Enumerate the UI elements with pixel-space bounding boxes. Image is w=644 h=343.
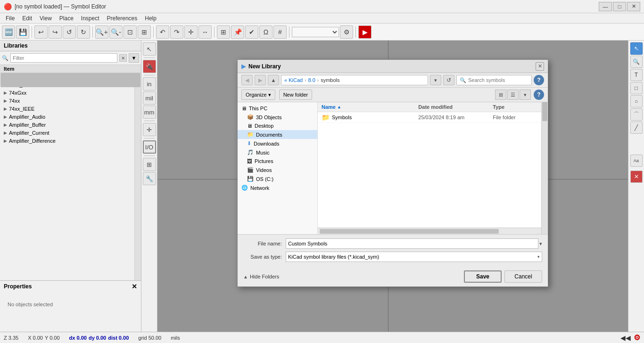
arc-tool[interactable]: ⌒ [630,108,643,121]
fields-button[interactable]: # [273,25,287,39]
drc-button[interactable]: ▶ [358,25,372,39]
menu-view[interactable]: View [36,14,56,23]
tree-item-downloads[interactable]: ⬇ Downloads [238,139,317,148]
tree-item-pictures[interactable]: 🖼 Pictures [238,157,317,165]
move-button[interactable]: ✛ [184,25,198,39]
undo-button[interactable]: ↩ [34,25,48,39]
zoom-in-button[interactable]: 🔍+ [95,25,108,39]
col-date-header[interactable]: Date modified [414,103,489,111]
menu-preferences[interactable]: Preferences [103,14,141,23]
cursor-tool[interactable]: ↖ [630,42,643,55]
junction-tool[interactable]: mm [143,106,156,119]
close-button[interactable]: ✕ [627,2,640,11]
lib-item-74xx[interactable]: ▶74xx [0,97,134,105]
mirror-button[interactable]: ↔ [198,25,212,39]
lib-item-74xgxx[interactable]: ▶74xGxx [0,89,134,97]
filename-input[interactable] [286,238,538,249]
lib-item-amplifier-difference[interactable]: ▶Amplifier_Difference [0,137,134,145]
filter-options-button[interactable]: ▼ [129,53,139,63]
breadcrumb-dropdown-button[interactable]: ▾ [430,75,441,85]
cancel-button[interactable]: Cancel [504,270,542,283]
zoom-fit-button[interactable]: ⊡ [124,25,137,39]
dialog-main: Name ▲ Date modified Type [318,102,541,234]
rt-drc[interactable]: ✕ [630,171,643,183]
view-details-button[interactable]: ☰ [507,90,519,100]
line-tool[interactable]: ╱ [630,122,643,134]
circle-tool[interactable]: ○ [630,95,643,107]
menu-inspect[interactable]: Inspect [77,14,103,23]
nav-up-button[interactable]: ▲ [268,75,279,85]
maximize-button[interactable]: □ [613,2,626,11]
lib-item-amplifier-buffer[interactable]: ▶Amplifier_Buffer [0,121,134,129]
menu-edit[interactable]: Edit [18,14,36,23]
select-tool[interactable]: ↖ [143,42,156,56]
dialog-close-button[interactable]: ✕ [536,62,544,71]
table-tool[interactable]: ⊞ [143,158,156,171]
filter-clear-button[interactable]: ✕ [119,54,127,62]
tree-item-documents[interactable]: 📁 Documents [238,130,317,139]
tree-item-network[interactable]: 🌐 Network [238,183,317,192]
nav-forward-button[interactable]: ▶ [255,75,266,85]
zoom-tool[interactable]: 🔍 [630,56,643,68]
wire-tool[interactable]: in [143,77,156,90]
zoom-out-button[interactable]: 🔍- [109,25,123,39]
redo-button[interactable]: ↪ [49,25,62,39]
lib-item-amplifier-current[interactable]: ▶Amplifier_Current [0,129,134,137]
col-name-header[interactable]: Name ▲ [318,103,414,111]
settings-button[interactable]: ⚙ [340,25,353,39]
filter-input[interactable] [10,53,117,63]
new-symbol-button[interactable]: 🆕 [2,25,15,39]
rect-tool[interactable]: □ [630,82,643,94]
col-type-header[interactable]: Type [489,103,541,111]
lib-item-amplifier-audio[interactable]: ▶Amplifier_Audio [0,113,134,121]
save-button[interactable]: 💾 [16,25,29,39]
check-button[interactable]: ✔ [245,25,258,39]
horizontal-scrollbar[interactable] [318,228,541,234]
tree-item-os-c[interactable]: 💾 OS (C:) [238,174,317,183]
action-help-button[interactable]: ? [534,90,544,100]
tree-item-this-pc[interactable]: 🖥 This PC [238,104,317,113]
organize-button[interactable]: Organize ▾ [241,90,275,100]
menu-help[interactable]: Help [141,14,160,23]
nav-back-button[interactable]: ◀ [241,75,253,85]
view-dropdown-button[interactable]: ▾ [520,90,531,100]
forward-button[interactable]: ↷ [170,25,183,39]
lib-item-74xx-ieee[interactable]: ▶74xx_IEEE [0,105,134,113]
lib-header-item: Item [4,66,15,72]
io-tool[interactable]: I/O [143,140,156,154]
lt-sep-2 [144,75,155,75]
pin-button[interactable]: 📌 [231,25,244,39]
tree-item-desktop[interactable]: 🖥 Desktop [238,122,317,130]
back-button[interactable]: ↶ [156,25,169,39]
grid-button[interactable]: ⊞ [217,25,230,39]
search-input[interactable] [468,77,533,83]
minimize-button[interactable]: — [599,2,612,11]
menu-file[interactable]: File [2,14,18,23]
bus-tool[interactable]: mil [143,91,156,105]
lib-scrollbar[interactable] [134,73,141,280]
refresh-button[interactable]: ↺ [63,25,76,39]
file-item-symbols[interactable]: 📁 Symbols 25/03/2024 8:19 am File folder [318,112,541,123]
tree-item-3d-objects[interactable]: 📦 3D Objects [238,113,317,122]
tree-item-videos[interactable]: 🎬 Videos [238,165,317,174]
add-symbol-tool[interactable]: ✛ [143,123,156,136]
wrench-tool[interactable]: 🔧 [143,172,156,185]
save-button[interactable]: Save [464,270,502,283]
text-tool[interactable]: T [630,69,643,81]
rt-special1[interactable]: Aa [630,155,643,167]
menu-place[interactable]: Place [56,14,77,23]
pin-tool[interactable]: 🔌 [143,60,156,73]
refresh2-button[interactable]: ↻ [77,25,90,39]
new-folder-button[interactable]: New folder [279,90,313,100]
symbol-button[interactable]: Ω [259,25,272,39]
savetype-dropdown[interactable]: KiCad symbol library files (*.kicad_sym)… [286,252,542,262]
zoom-actual-button[interactable]: ⊞ [138,25,151,39]
file-list-scrollbar[interactable] [541,102,548,234]
properties-close-icon[interactable]: ✕ [132,283,137,290]
tree-item-music[interactable]: 🎵 Music [238,148,317,157]
hide-folders-button[interactable]: ▲ Hide Folders [243,274,279,279]
help-button[interactable]: ? [534,75,544,85]
refresh-button[interactable]: ↺ [443,75,454,85]
view-list-button[interactable]: ⊞ [495,90,506,100]
unit-selector[interactable] [292,27,339,37]
